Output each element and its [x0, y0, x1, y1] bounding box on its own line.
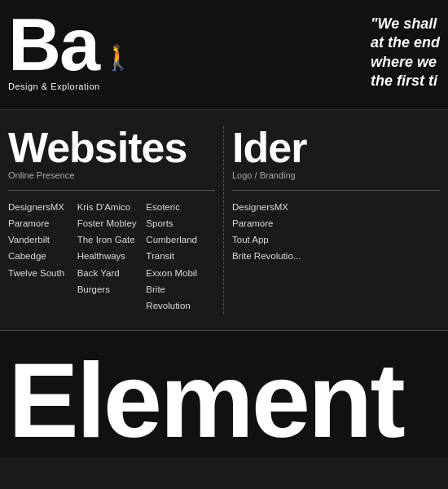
section-websites: Websites Online Presence DesignersMX Par… [0, 126, 224, 314]
list-item: Cabedge [8, 248, 71, 264]
list-item: Twelve South [8, 265, 71, 281]
tagline: Design & Exploration [8, 82, 131, 91]
list-item: Foster Mobley [77, 215, 140, 231]
identity-title: Ider [232, 126, 440, 169]
main-content: Websites Online Presence DesignersMX Par… [0, 110, 448, 331]
header-quote: "We shall at the end where we the first … [362, 8, 448, 98]
identity-col-1: DesignersMX Paramore Tout App Brite Revo… [232, 199, 440, 265]
list-item: Back Yard Burgers [77, 265, 140, 297]
logo: Ba 🚶 [8, 12, 131, 78]
websites-col-2: Kris D'Amico Foster Mobley The Iron Gate… [77, 199, 147, 314]
identity-divider [232, 190, 440, 191]
websites-subtitle: Online Presence [8, 170, 215, 180]
websites-col-1: DesignersMX Paramore Vanderbilt Cabedge … [8, 199, 77, 314]
websites-col-3: Esoteric Sports Cumberland Transit Exxon… [146, 199, 215, 314]
identity-columns: DesignersMX Paramore Tout App Brite Revo… [232, 199, 440, 265]
identity-subtitle: Logo / Branding [232, 170, 440, 180]
websites-divider [8, 190, 215, 191]
websites-columns: DesignersMX Paramore Vanderbilt Cabedge … [8, 199, 215, 314]
list-item: Brite Revolution [146, 281, 209, 314]
sections-row: Websites Online Presence DesignersMX Par… [0, 126, 448, 314]
list-item: Cumberland Transit [146, 231, 209, 264]
websites-title: Websites [8, 126, 215, 169]
list-item: DesignersMX [8, 199, 71, 215]
list-item: Vanderbilt [8, 231, 71, 248]
logo-letters: Ba [8, 12, 99, 78]
header: Ba 🚶 Design & Exploration "We shall at t… [0, 0, 448, 110]
list-item: Esoteric Sports [146, 199, 209, 231]
list-item: Paramore [8, 215, 71, 231]
list-item: DesignersMX [232, 199, 433, 215]
footer-section: Element [0, 331, 448, 457]
list-item: Brite Revolutio... [232, 248, 433, 264]
hiker-icon: 🚶 [103, 46, 131, 68]
quote-text: "We shall at the end where we the first … [371, 15, 440, 91]
list-item: Kris D'Amico [77, 199, 140, 215]
list-item: Tout App [232, 231, 433, 248]
list-item: The Iron Gate [77, 231, 140, 248]
list-item: Healthways [77, 248, 140, 264]
section-identity: Ider Logo / Branding DesignersMX Paramor… [224, 126, 448, 314]
header-left: Ba 🚶 Design & Exploration [0, 8, 139, 95]
list-item: Exxon Mobil [146, 265, 209, 281]
element-title: Element [8, 347, 440, 453]
list-item: Paramore [232, 215, 433, 231]
